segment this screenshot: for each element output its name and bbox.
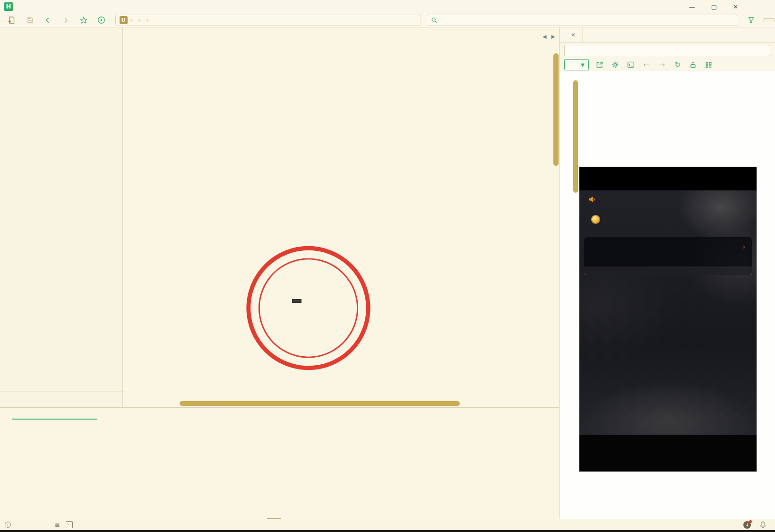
browser-tab-bar: ✕	[560, 27, 775, 43]
close-icon[interactable]: ✕	[571, 32, 576, 38]
close-icon[interactable]: ✕	[733, 3, 738, 10]
app-bottom-nav	[579, 435, 757, 472]
browser-tab[interactable]: ✕	[560, 27, 583, 42]
unlock-icon[interactable]	[689, 60, 698, 69]
minimap[interactable]	[516, 47, 552, 386]
file-search-input[interactable]	[427, 15, 738, 26]
vip-commission-row	[584, 266, 752, 275]
back-icon[interactable]: ←	[642, 60, 651, 69]
open-external-icon[interactable]	[595, 60, 604, 69]
vip-panel: ›	[584, 237, 752, 275]
login-status[interactable]: i	[5, 522, 13, 528]
taskbar-edge	[0, 530, 775, 532]
console-tab[interactable]	[12, 415, 97, 420]
breadcrumb-separator: ›	[138, 17, 141, 24]
code-area[interactable]	[123, 45, 514, 407]
console-panel	[0, 407, 559, 519]
breadcrumb-separator: ›	[130, 17, 133, 24]
editor-tab-bar	[123, 27, 559, 45]
toolbar: U › › ›	[0, 13, 775, 27]
window-controls: — ▢ ✕	[689, 0, 738, 13]
preview-button[interactable]	[763, 18, 775, 22]
download-icon[interactable]: ↓	[743, 521, 751, 529]
editor-vertical-scrollbar[interactable]	[553, 53, 559, 166]
breadcrumb: U › › ›	[115, 15, 421, 26]
minimize-icon[interactable]: —	[689, 3, 695, 10]
chevron-right-icon: ›	[742, 243, 745, 250]
refresh-icon[interactable]: ↻	[673, 60, 682, 69]
gold-coin-icon	[591, 215, 600, 224]
account-icon: i	[5, 522, 11, 528]
device-select[interactable]: ▼	[564, 59, 589, 70]
web-browser-panel: ✕ ▼ ← → ↻	[559, 27, 775, 519]
forward-icon[interactable]	[60, 15, 72, 26]
url-input[interactable]	[564, 45, 770, 56]
tab-scroll-right-icon[interactable]: ▶	[551, 34, 555, 40]
mobile-app-preview: ›	[579, 167, 757, 472]
star-icon[interactable]	[78, 15, 90, 26]
qrcode-icon[interactable]	[704, 60, 714, 69]
app-body: ›	[579, 190, 757, 472]
uniapp-project-icon: U	[120, 16, 128, 24]
code-hover-tooltip	[292, 299, 301, 303]
tab-scroll-left-icon[interactable]: ◀	[542, 34, 546, 40]
search-icon	[431, 17, 438, 24]
maximize-icon[interactable]: ▢	[711, 3, 717, 10]
tab-scroll-arrows: ◀ ▶	[542, 27, 555, 45]
speaker-icon	[587, 195, 597, 204]
new-file-icon[interactable]	[6, 15, 18, 26]
forward-icon[interactable]: →	[657, 60, 667, 69]
chevron-down-icon: ▼	[581, 62, 585, 68]
code-editor: ◀ ▶	[123, 27, 559, 407]
browser-scrollbar[interactable]	[573, 80, 578, 193]
sidebar-panel-switcher	[0, 391, 122, 407]
browser-viewport: ›	[560, 71, 775, 519]
title-bar: H — ▢ ✕	[0, 0, 775, 13]
vip-more-link[interactable]: ›	[742, 243, 745, 250]
terminal-icon[interactable]: ›_	[66, 521, 73, 528]
breadcrumb-separator: ›	[146, 17, 148, 24]
back-icon[interactable]	[42, 15, 54, 26]
app-header	[579, 167, 757, 190]
status-bar: i ≣ ›_ ↓	[0, 519, 775, 530]
filter-funnel-icon[interactable]	[745, 15, 757, 26]
bell-icon[interactable]	[759, 521, 766, 528]
vip-badges	[584, 250, 752, 258]
console-icon[interactable]	[626, 60, 636, 69]
hbuilderx-logo-icon: H	[4, 2, 13, 11]
editor-horizontal-scrollbar[interactable]	[180, 401, 460, 406]
save-icon[interactable]	[24, 15, 36, 26]
gear-icon[interactable]	[611, 60, 620, 69]
project-explorer	[0, 27, 123, 407]
run-icon[interactable]	[95, 15, 108, 26]
outline-icon[interactable]: ≣	[55, 521, 60, 528]
